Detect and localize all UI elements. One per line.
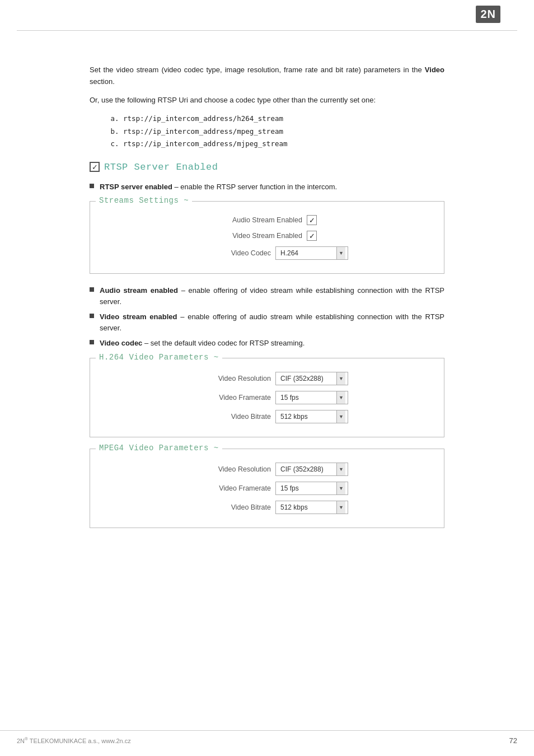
bullet-icon [90,184,94,188]
video-stream-checkbox[interactable]: ✓ [307,231,317,241]
h264-resolution-value: CIF (352x288) [278,375,336,382]
bullet-bold: Video codec [100,339,142,347]
para1-text: Set the video stream (video codec type, … [90,66,422,74]
h264-bitrate-label: Video Bitrate [186,413,275,421]
bullet-bold: RTSP server enabled [100,183,172,191]
streams-settings-box: Streams Settings ~ Audio Stream Enabled … [90,201,444,274]
page-footer: 2N® TELEKOMUNIKACE a.s., www.2n.cz 72 [0,730,534,745]
h264-settings-title: H.264 Video Parameters ~ [96,353,222,362]
rtsp-bullet-list: RTSP server enabled – enable the RTSP se… [90,181,444,193]
video-codec-row: Video Codec H.264 ▼ [101,246,433,260]
bullet-video-codec: Video codec – set the default video code… [90,338,444,349]
rtsp-server-enabled-section: ✓ RTSP Server Enabled [90,162,444,172]
dropdown-arrow-icon: ▼ [336,463,345,475]
rtsp-uri-list: rtsp://ip_intercom_address/h264_stream r… [123,113,444,151]
mpeg4-framerate-row: Video Framerate 15 fps ▼ [101,482,433,495]
dropdown-arrow-icon: ▼ [336,372,345,385]
rtsp-server-label: RTSP Server Enabled [104,162,218,172]
dropdown-arrow-icon: ▼ [336,247,345,259]
mpeg4-bitrate-value: 512 kbps [278,503,336,511]
list-item: rtsp://ip_intercom_address/mjpeg_stream [123,138,444,151]
video-codec-value: H.264 [278,249,336,257]
h264-resolution-select[interactable]: CIF (352x288) ▼ [275,372,348,385]
h264-settings-box: H.264 Video Parameters ~ Video Resolutio… [90,358,444,437]
stream-bullets-list: Audio stream enabled – enable offering o… [90,285,444,349]
h264-bitrate-row: Video Bitrate 512 kbps ▼ [101,410,433,423]
audio-stream-label: Audio Stream Enabled [217,216,307,224]
mpeg4-resolution-row: Video Resolution CIF (352x288) ▼ [101,463,433,476]
audio-stream-row: Audio Stream Enabled ✓ [101,215,433,225]
bullet-rtsp-server: RTSP server enabled – enable the RTSP se… [90,181,444,193]
mpeg4-bitrate-select[interactable]: 512 kbps ▼ [275,501,348,514]
para1-end: section. [90,77,115,86]
h264-resolution-label: Video Resolution [186,375,275,382]
dropdown-arrow-icon: ▼ [336,391,345,404]
video-codec-select[interactable]: H.264 ▼ [275,246,348,260]
h264-framerate-value: 15 fps [278,394,336,402]
page-number: 72 [509,736,517,745]
bullet-icon [90,314,94,318]
mpeg4-framerate-value: 15 fps [278,484,336,492]
h264-framerate-label: Video Framerate [186,394,275,402]
bullet-text: Video stream enabled – enable offering o… [100,311,444,333]
dropdown-arrow-icon: ▼ [336,410,345,423]
h264-bitrate-select[interactable]: 512 kbps ▼ [275,410,348,423]
mpeg4-bitrate-row: Video Bitrate 512 kbps ▼ [101,501,433,514]
bullet-audio-stream: Audio stream enabled – enable offering o… [90,285,444,307]
video-stream-row: Video Stream Enabled ✓ [101,231,433,241]
logo-area: 2N [476,6,500,23]
audio-stream-checkbox[interactable]: ✓ [307,215,317,225]
bullet-text: Video codec – set the default video code… [100,338,305,349]
mpeg4-settings-box: MPEG4 Video Parameters ~ Video Resolutio… [90,449,444,528]
paragraph-1: Set the video stream (video codec type, … [90,64,444,88]
page-container: 2N Set the video stream (video codec typ… [0,0,534,756]
bullet-video-stream: Video stream enabled – enable offering o… [90,311,444,333]
bullet-bold: Video stream enabled [100,312,177,321]
h264-framerate-select[interactable]: 15 fps ▼ [275,391,348,404]
bullet-bold: Audio stream enabled [100,286,178,295]
mpeg4-settings-title: MPEG4 Video Parameters ~ [96,444,222,452]
bullet-text: Audio stream enabled – enable offering o… [100,285,444,307]
dropdown-arrow-icon: ▼ [336,482,345,494]
video-codec-label: Video Codec [186,249,275,257]
mpeg4-framerate-select[interactable]: 15 fps ▼ [275,482,348,495]
h264-resolution-row: Video Resolution CIF (352x288) ▼ [101,372,433,385]
video-stream-label: Video Stream Enabled [217,232,307,240]
bullet-icon [90,340,94,344]
streams-settings-title: Streams Settings ~ [96,196,192,205]
h264-framerate-row: Video Framerate 15 fps ▼ [101,391,433,404]
dropdown-arrow-icon: ▼ [336,501,345,514]
mpeg4-resolution-value: CIF (352x288) [278,465,336,473]
paragraph-2: Or, use the following RTSP Uri and choos… [90,95,444,106]
h264-bitrate-value: 512 kbps [278,413,336,421]
mpeg4-resolution-select[interactable]: CIF (352x288) ▼ [275,463,348,476]
bullet-icon [90,287,94,292]
mpeg4-bitrate-label: Video Bitrate [186,503,275,511]
list-item: rtsp://ip_intercom_address/mpeg_stream [123,125,444,138]
list-item: rtsp://ip_intercom_address/h264_stream [123,113,444,125]
mpeg4-resolution-label: Video Resolution [186,465,275,473]
mpeg4-framerate-label: Video Framerate [186,484,275,492]
rtsp-server-checkbox[interactable]: ✓ [90,162,100,172]
main-content: Set the video stream (video codec type, … [0,31,534,562]
footer-company: 2N® TELEKOMUNIKACE a.s., www.2n.cz [17,736,131,745]
logo: 2N [476,6,500,23]
para1-bold: Video [425,66,444,74]
bullet-text: RTSP server enabled – enable the RTSP se… [100,181,337,193]
